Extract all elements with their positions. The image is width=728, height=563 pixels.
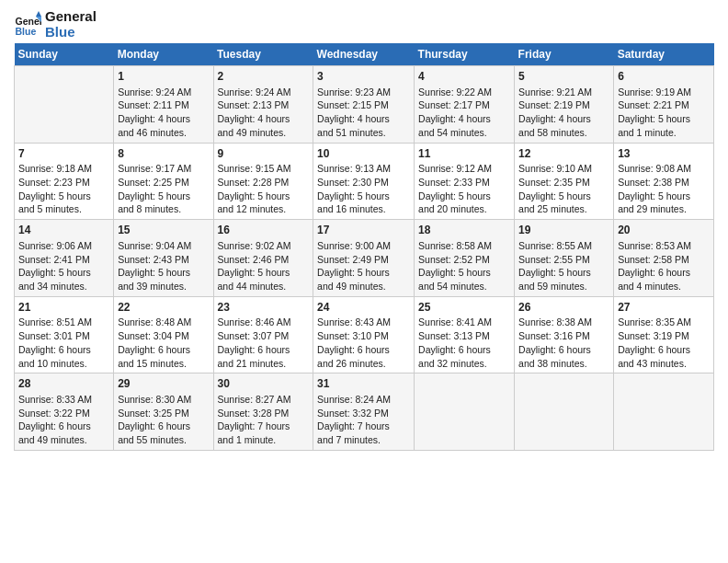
- cell-text: and 12 minutes.: [218, 202, 310, 216]
- cell-text: Daylight: 6 hours: [118, 419, 209, 433]
- cell-text: and 39 minutes.: [118, 280, 209, 293]
- calendar-cell: 3Sunrise: 9:23 AMSunset: 2:15 PMDaylight…: [313, 66, 415, 144]
- cell-text: Sunset: 2:33 PM: [418, 176, 510, 190]
- header-row: SundayMondayTuesdayWednesdayThursdayFrid…: [15, 43, 714, 66]
- calendar-cell: 25Sunrise: 8:41 AMSunset: 3:13 PMDayligh…: [415, 296, 515, 373]
- cell-text: Sunset: 2:35 PM: [518, 176, 609, 190]
- cell-text: Daylight: 5 hours: [18, 190, 109, 203]
- day-number: 1: [118, 69, 209, 85]
- calendar-cell: 29Sunrise: 8:30 AMSunset: 3:25 PMDayligh…: [114, 373, 213, 451]
- calendar-cell: 31Sunrise: 8:24 AMSunset: 3:32 PMDayligh…: [313, 373, 415, 451]
- cell-text: Daylight: 4 hours: [418, 112, 510, 126]
- cell-text: and 1 minute.: [218, 433, 310, 447]
- calendar-cell: 27Sunrise: 8:35 AMSunset: 3:19 PMDayligh…: [614, 296, 714, 373]
- cell-text: Sunrise: 8:24 AM: [317, 393, 410, 407]
- calendar-table: SundayMondayTuesdayWednesdayThursdayFrid…: [14, 43, 714, 451]
- calendar-cell: [614, 373, 714, 451]
- day-header-thursday: Thursday: [415, 43, 515, 66]
- day-number: 13: [618, 146, 710, 162]
- cell-text: Daylight: 5 hours: [218, 266, 310, 280]
- logo: General Blue General Blue: [14, 9, 97, 40]
- cell-text: Daylight: 5 hours: [118, 190, 209, 203]
- cell-text: Sunrise: 8:41 AM: [418, 316, 510, 329]
- cell-text: and 54 minutes.: [418, 280, 510, 293]
- cell-text: Sunrise: 8:33 AM: [18, 393, 109, 407]
- cell-text: Sunset: 2:38 PM: [618, 176, 710, 190]
- cell-text: Sunset: 3:10 PM: [317, 329, 410, 343]
- cell-text: Sunset: 3:04 PM: [118, 329, 209, 343]
- cell-text: and 54 minutes.: [418, 126, 510, 140]
- cell-text: Sunrise: 9:17 AM: [118, 162, 209, 176]
- cell-text: Sunrise: 9:24 AM: [118, 86, 209, 99]
- day-number: 22: [118, 300, 209, 316]
- cell-text: Daylight: 4 hours: [518, 112, 609, 126]
- day-number: 8: [118, 146, 209, 162]
- cell-text: Sunset: 3:28 PM: [218, 407, 310, 420]
- cell-text: and 46 minutes.: [118, 126, 209, 140]
- week-row-5: 28Sunrise: 8:33 AMSunset: 3:22 PMDayligh…: [15, 373, 714, 451]
- cell-text: Sunrise: 8:53 AM: [618, 239, 710, 253]
- cell-text: and 49 minutes.: [218, 126, 310, 140]
- day-number: 24: [317, 300, 410, 316]
- cell-text: Sunrise: 8:51 AM: [18, 316, 109, 329]
- calendar-cell: 12Sunrise: 9:10 AMSunset: 2:35 PMDayligh…: [515, 143, 614, 220]
- day-number: 7: [18, 146, 109, 162]
- day-number: 3: [317, 69, 410, 85]
- day-number: 27: [618, 300, 710, 316]
- cell-text: Sunrise: 9:23 AM: [317, 86, 410, 99]
- day-number: 9: [218, 146, 310, 162]
- cell-text: Daylight: 5 hours: [618, 190, 710, 203]
- calendar-cell: [15, 66, 114, 144]
- calendar-cell: 14Sunrise: 9:06 AMSunset: 2:41 PMDayligh…: [15, 220, 114, 297]
- cell-text: Daylight: 5 hours: [218, 190, 310, 203]
- cell-text: Daylight: 6 hours: [18, 419, 109, 433]
- day-number: 21: [18, 300, 109, 316]
- day-number: 26: [518, 300, 609, 316]
- cell-text: and 15 minutes.: [118, 357, 209, 371]
- day-number: 28: [18, 376, 109, 392]
- cell-text: Sunrise: 9:22 AM: [418, 86, 510, 99]
- cell-text: Sunrise: 9:15 AM: [218, 162, 310, 176]
- cell-text: Sunrise: 9:13 AM: [317, 162, 410, 176]
- cell-text: Daylight: 6 hours: [518, 343, 609, 357]
- calendar-cell: 21Sunrise: 8:51 AMSunset: 3:01 PMDayligh…: [15, 296, 114, 373]
- cell-text: Sunrise: 9:04 AM: [118, 239, 209, 253]
- day-number: 14: [18, 223, 109, 238]
- day-header-sunday: Sunday: [15, 43, 114, 66]
- week-row-2: 7Sunrise: 9:18 AMSunset: 2:23 PMDaylight…: [15, 143, 714, 220]
- day-header-saturday: Saturday: [614, 43, 714, 66]
- day-header-friday: Friday: [515, 43, 614, 66]
- week-row-4: 21Sunrise: 8:51 AMSunset: 3:01 PMDayligh…: [15, 296, 714, 373]
- cell-text: and 8 minutes.: [118, 202, 209, 216]
- cell-text: Daylight: 4 hours: [218, 112, 310, 126]
- cell-text: Daylight: 5 hours: [518, 266, 609, 280]
- calendar-cell: 19Sunrise: 8:55 AMSunset: 2:55 PMDayligh…: [515, 220, 614, 297]
- cell-text: Sunset: 2:17 PM: [418, 98, 510, 112]
- logo-icon: General Blue: [14, 11, 41, 39]
- cell-text: and 38 minutes.: [518, 357, 609, 371]
- cell-text: Sunrise: 8:27 AM: [218, 393, 310, 407]
- calendar-cell: 11Sunrise: 9:12 AMSunset: 2:33 PMDayligh…: [415, 143, 515, 220]
- cell-text: and 21 minutes.: [218, 357, 310, 371]
- cell-text: Sunset: 2:58 PM: [618, 253, 710, 267]
- cell-text: Sunrise: 8:38 AM: [518, 316, 609, 329]
- calendar-cell: 1Sunrise: 9:24 AMSunset: 2:11 PMDaylight…: [114, 66, 213, 144]
- cell-text: Sunrise: 9:10 AM: [518, 162, 609, 176]
- day-number: 6: [618, 69, 710, 85]
- week-row-1: 1Sunrise: 9:24 AMSunset: 2:11 PMDaylight…: [15, 66, 714, 144]
- day-number: 25: [418, 300, 510, 316]
- cell-text: Daylight: 5 hours: [418, 190, 510, 203]
- day-number: 18: [418, 223, 510, 238]
- calendar-cell: 22Sunrise: 8:48 AMSunset: 3:04 PMDayligh…: [114, 296, 213, 373]
- cell-text: and 44 minutes.: [218, 280, 310, 293]
- cell-text: Sunrise: 9:00 AM: [317, 239, 410, 253]
- cell-text: Sunset: 2:25 PM: [118, 176, 209, 190]
- calendar-cell: 4Sunrise: 9:22 AMSunset: 2:17 PMDaylight…: [415, 66, 515, 144]
- cell-text: Daylight: 5 hours: [418, 266, 510, 280]
- cell-text: and 26 minutes.: [317, 357, 410, 371]
- cell-text: Sunset: 3:19 PM: [618, 329, 710, 343]
- day-number: 12: [518, 146, 609, 162]
- day-number: 4: [418, 69, 510, 85]
- calendar-cell: 26Sunrise: 8:38 AMSunset: 3:16 PMDayligh…: [515, 296, 614, 373]
- cell-text: Sunrise: 9:02 AM: [218, 239, 310, 253]
